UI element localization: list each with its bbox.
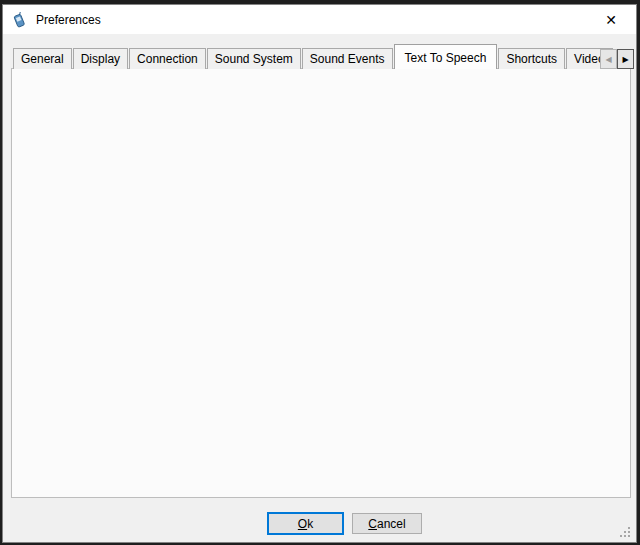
arrow-left-icon: ◀ [605,55,611,64]
tab-general[interactable]: General [13,48,72,69]
tab-strip: GeneralDisplayConnectionSound SystemSoun… [13,44,631,69]
tab-sound-events[interactable]: Sound Events [302,48,393,69]
close-icon: ✕ [605,12,617,28]
cancel-button[interactable]: Cancel [352,513,422,534]
tab-text-to-speech[interactable]: Text To Speech [394,44,498,69]
preferences-dialog: Preferences ✕ GeneralDisplayConnectionSo… [2,4,637,543]
tab-sound-system[interactable]: Sound System [207,48,301,69]
tab-page-text-to-speech [11,68,631,498]
tab-connection[interactable]: Connection [129,48,206,69]
tab-scroll-left-button[interactable]: ◀ [600,49,617,69]
resize-grip[interactable] [620,527,631,538]
tab-display[interactable]: Display [73,48,128,69]
ok-button[interactable]: Ok [267,512,344,535]
tab-shortcuts[interactable]: Shortcuts [498,48,565,69]
window-title: Preferences [36,13,101,27]
arrow-right-icon: ▶ [622,55,628,64]
close-button[interactable]: ✕ [594,5,628,34]
tab-scroll-right-button[interactable]: ▶ [617,49,634,69]
tab-scroll-spinner: ◀ ▶ [600,49,634,69]
app-icon [11,12,27,28]
title-bar[interactable]: Preferences ✕ [3,5,636,34]
